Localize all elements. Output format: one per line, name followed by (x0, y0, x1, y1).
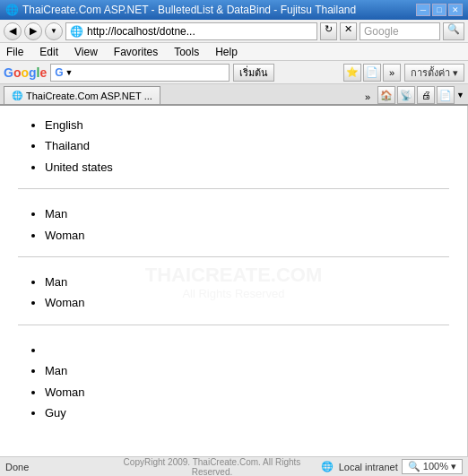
toolbar-icons: ⭐ 📄 » (343, 64, 401, 82)
refresh-button[interactable]: ↻ (320, 22, 337, 40)
search-text: Google (364, 25, 399, 38)
settings-button[interactable]: การตั้งค่า ▾ (404, 64, 464, 82)
address-icon: 🌐 (70, 25, 83, 38)
list-item (45, 340, 449, 360)
menu-view[interactable]: View (72, 45, 100, 59)
zone-icon: 🌐 (319, 459, 335, 475)
back-button[interactable]: ◀ (4, 22, 22, 40)
list-item: English (45, 115, 449, 135)
search-go-button[interactable]: 🔍 (443, 22, 464, 40)
list-item: Man (45, 203, 449, 224)
bullet-list-3: Man Woman (18, 272, 449, 314)
menu-tools[interactable]: Tools (171, 45, 202, 59)
menu-favorites[interactable]: Favorites (111, 45, 160, 59)
title-bar: 🌐 ThaiCreate.Com ASP.NET - BulletedList … (0, 0, 468, 20)
list-item: Man (45, 360, 449, 381)
status-text: Done (5, 462, 105, 472)
tab-0[interactable]: 🌐 ThaiCreate.Com ASP.NET ... (4, 86, 160, 104)
nav-bar: ◀ ▶ ▼ 🌐 http://localhost/dotne... ↻ ✕ Go… (0, 20, 468, 43)
window-title: ThaiCreate.Com ASP.NET - BulletedList & … (22, 4, 356, 16)
address-text: http://localhost/dotne... (87, 25, 195, 38)
list-section-4: Man Woman Guy (18, 340, 449, 435)
content-area: THAICREATE.COM All Rights Reserved Engli… (0, 106, 468, 456)
google-search-input[interactable]: G ▼ (50, 64, 230, 82)
menu-file[interactable]: File (4, 45, 26, 59)
tab-page-button[interactable]: 📄 (437, 86, 455, 104)
tab-rss-button[interactable]: 📡 (397, 86, 415, 104)
list-section-1: English Thailand United states (18, 115, 449, 189)
menu-bar: File Edit View Favorites Tools Help (0, 43, 468, 61)
tab-print-button[interactable]: 🖨 (417, 86, 435, 104)
google-toolbar: Google G ▼ เริ่มต้น ⭐ 📄 » การตั้งค่า ▾ (0, 61, 468, 84)
search-bar[interactable]: Google (360, 22, 440, 40)
bullet-list-2: Man Woman (18, 203, 449, 246)
minimize-button[interactable]: ─ (416, 4, 430, 16)
list-item: Woman (45, 225, 449, 246)
menu-help[interactable]: Help (212, 45, 240, 59)
dropdown-button[interactable]: ▼ (45, 22, 63, 40)
bullet-list-1: English Thailand United states (18, 115, 449, 177)
google-search-dropdown[interactable]: ▼ (65, 68, 74, 77)
google-go-button[interactable]: เริ่มต้น (233, 64, 274, 82)
zone-text: Local intranet (339, 462, 398, 472)
title-bar-left: 🌐 ThaiCreate.Com ASP.NET - BulletedList … (5, 4, 356, 16)
list-item: United states (45, 157, 449, 177)
tab-page-dropdown[interactable]: ▼ (456, 91, 464, 100)
list-item: Woman (45, 382, 449, 402)
toolbar-more[interactable]: » (383, 64, 401, 82)
toolbar-icon-2[interactable]: 📄 (363, 64, 381, 82)
bullet-list-4: Man Woman Guy (18, 340, 449, 424)
list-item: Man (45, 272, 449, 292)
tab-icon: 🌐 (12, 91, 22, 100)
address-bar[interactable]: 🌐 http://localhost/dotne... (65, 22, 317, 40)
zoom-indicator[interactable]: 🔍 100% ▾ (402, 459, 463, 474)
tab-bar: 🌐 ThaiCreate.Com ASP.NET ... » 🏠 📡 🖨 📄 ▼ (0, 84, 468, 106)
copyright-text: CopyRight 2009. ThaiCreate.Com. All Righ… (112, 457, 311, 477)
maximize-button[interactable]: □ (432, 4, 446, 16)
tab-more-button[interactable]: » (361, 90, 374, 104)
tab-nav-area: 🏠 📡 🖨 📄 ▼ (377, 86, 464, 104)
menu-edit[interactable]: Edit (37, 45, 61, 59)
list-section-3: Man Woman (18, 272, 449, 325)
list-section-2: Man Woman (18, 203, 449, 257)
list-item: Thailand (45, 135, 449, 156)
tab-label: ThaiCreate.Com ASP.NET ... (26, 91, 152, 101)
tab-home-button[interactable]: 🏠 (377, 86, 395, 104)
title-bar-buttons: ─ □ ✕ (416, 4, 463, 16)
status-right: 🌐 Local intranet 🔍 100% ▾ (319, 459, 463, 475)
status-bar: Done CopyRight 2009. ThaiCreate.Com. All… (0, 456, 468, 476)
toolbar-icon-1[interactable]: ⭐ (343, 64, 361, 82)
close-button[interactable]: ✕ (448, 4, 463, 16)
title-icon: 🌐 (5, 4, 19, 16)
list-item: Guy (45, 402, 449, 423)
stop-button[interactable]: ✕ (340, 22, 357, 40)
google-logo: Google (4, 65, 47, 80)
list-item: Woman (45, 292, 449, 313)
google-g-icon: G (55, 66, 63, 79)
forward-button[interactable]: ▶ (24, 22, 42, 40)
